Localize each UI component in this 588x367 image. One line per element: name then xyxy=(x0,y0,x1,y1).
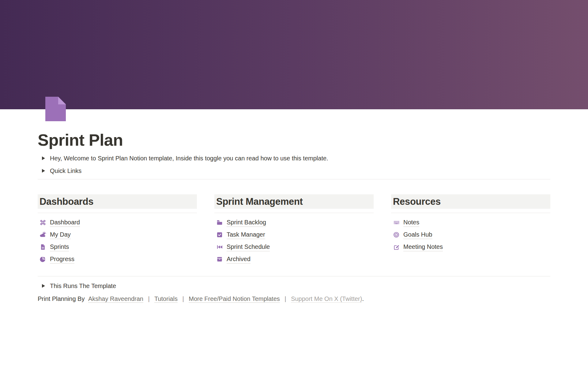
section-title: Dashboards xyxy=(40,196,93,207)
page-content: Sprint Plan Hey, Welcome to Sprint Plan … xyxy=(0,109,588,309)
page-link-label: My Day xyxy=(50,230,71,239)
toggle-runs-template-label: This Runs The Template xyxy=(50,282,116,290)
page-link-label: Sprint Backlog xyxy=(227,218,266,227)
divider xyxy=(38,179,550,179)
footer-link-tutorials[interactable]: Tutorials xyxy=(154,295,178,303)
cover-image[interactable] xyxy=(0,0,588,109)
folder-icon xyxy=(216,219,223,226)
section-header-dashboards: Dashboards xyxy=(38,194,197,209)
column-resources: Resources Notes xyxy=(391,194,550,267)
section-title: Resources xyxy=(393,196,441,207)
page-link-dashboard[interactable]: Dashboard xyxy=(38,218,197,227)
footer-link-twitter[interactable]: Support Me On X (Twitter) xyxy=(291,295,362,303)
page-link-my-day[interactable]: My Day xyxy=(38,230,197,239)
page-link-goals-hub[interactable]: Goals Hub xyxy=(391,230,550,239)
sun-cloud-icon xyxy=(40,231,46,238)
footer-link-author[interactable]: Akshay Raveendran xyxy=(88,295,143,303)
page-title: Sprint Plan xyxy=(38,109,550,150)
footer-credits: Print Planning By Akshay Raveendran | Tu… xyxy=(38,294,550,303)
toggle-triangle-icon xyxy=(42,156,45,160)
column-dashboards: Dashboards Dashboard xyxy=(38,194,197,267)
page-link-label: Meeting Notes xyxy=(403,243,443,251)
footer-suffix: . xyxy=(362,295,364,302)
notion-page: Sprint Plan Hey, Welcome to Sprint Plan … xyxy=(0,0,588,367)
page-link-label: Task Manager xyxy=(227,230,265,239)
toggle-welcome[interactable]: Hey, Welcome to Sprint Plan Notion templ… xyxy=(38,154,550,163)
link-columns: Dashboards Dashboard xyxy=(38,194,550,267)
page-link-sprints[interactable]: Sprints xyxy=(38,242,197,252)
toggle-quick-links[interactable]: Quick Links xyxy=(38,167,550,175)
column-sprint-management: Sprint Management Sprint Backlog xyxy=(214,194,374,267)
document-icon xyxy=(40,244,46,250)
page-link-label: Goals Hub xyxy=(403,230,432,239)
section-header-sprint-management: Sprint Management xyxy=(214,194,374,209)
footer-separator: | xyxy=(182,295,184,302)
divider xyxy=(391,213,550,213)
page-link-label: Notes xyxy=(403,218,419,227)
page-link-sprint-backlog[interactable]: Sprint Backlog xyxy=(214,218,374,227)
toggle-triangle-icon xyxy=(42,169,45,173)
page-link-label: Progress xyxy=(50,255,74,264)
checkbox-icon xyxy=(216,231,223,238)
rewind-icon xyxy=(216,244,223,250)
page-link-notes[interactable]: Notes xyxy=(391,218,550,227)
toggle-runs-template[interactable]: This Runs The Template xyxy=(38,282,550,290)
page-link-progress[interactable]: Progress xyxy=(38,255,197,264)
command-icon xyxy=(40,219,46,226)
divider xyxy=(38,213,197,213)
section-header-resources: Resources xyxy=(391,194,550,209)
footer-separator: | xyxy=(148,295,150,302)
footer-link-templates[interactable]: More Free/Paid Notion Templates xyxy=(189,295,280,303)
page-link-meeting-notes[interactable]: Meeting Notes xyxy=(391,242,550,252)
divider xyxy=(214,213,374,213)
pie-chart-icon xyxy=(40,256,46,263)
footer-separator: | xyxy=(285,295,286,302)
divider xyxy=(38,276,550,276)
section-title: Sprint Management xyxy=(216,196,303,207)
target-icon xyxy=(393,231,400,238)
page-link-archived[interactable]: Archived xyxy=(214,255,374,264)
edit-icon xyxy=(393,244,400,250)
toggle-welcome-label: Hey, Welcome to Sprint Plan Notion templ… xyxy=(50,154,328,163)
page-link-label: Sprints xyxy=(50,243,69,251)
page-link-label: Dashboard xyxy=(50,218,80,227)
toggle-quick-links-label: Quick Links xyxy=(50,167,81,175)
page-link-task-manager[interactable]: Task Manager xyxy=(214,230,374,239)
page-link-label: Archived xyxy=(227,255,251,264)
page-link-sprint-schedule[interactable]: Sprint Schedule xyxy=(214,242,374,252)
archive-icon xyxy=(216,256,223,263)
toggle-triangle-icon xyxy=(42,284,45,288)
footer-prefix: Print Planning By xyxy=(38,295,85,302)
keyboard-icon xyxy=(393,219,400,226)
page-link-label: Sprint Schedule xyxy=(227,243,270,251)
